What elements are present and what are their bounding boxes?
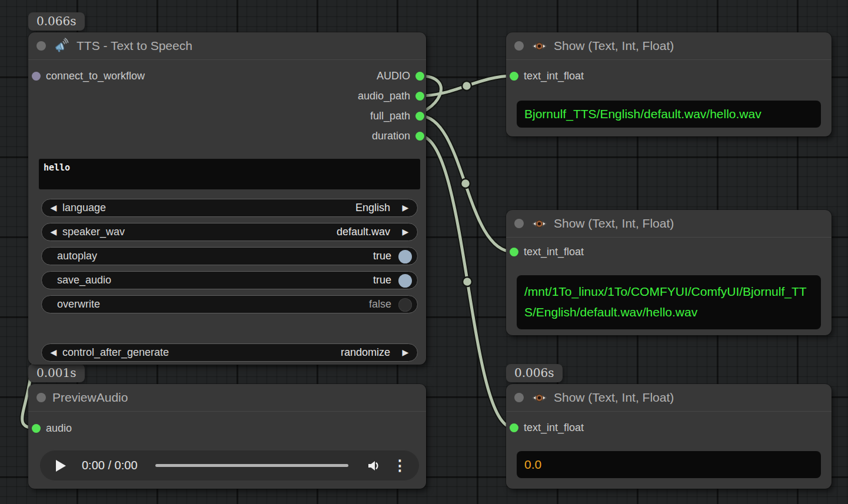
widget-label: language <box>62 199 106 216</box>
seek-bar[interactable] <box>155 464 348 467</box>
link-midpoint-dot <box>461 179 470 188</box>
output-port-audio: AUDIO <box>28 69 426 83</box>
node-tts[interactable]: TTS - Text to Speech connect_to_workflow… <box>28 32 426 365</box>
output-dot[interactable] <box>415 92 424 101</box>
execution-time-badge-preview: 0.001s <box>28 364 85 382</box>
output-dot[interactable] <box>415 72 424 81</box>
output-dot[interactable] <box>415 132 424 141</box>
widget-value: English <box>355 199 390 216</box>
widget-value: default.wav <box>337 223 390 241</box>
left-arrow-icon[interactable]: ◀ <box>47 344 60 361</box>
show-value-display: 0.0 <box>517 451 821 478</box>
input-port-text-int-float: text_int_float <box>506 420 584 435</box>
widget-label: autoplay <box>57 248 97 265</box>
left-arrow-icon[interactable]: ◀ <box>47 199 60 216</box>
input-port-audio: audio <box>28 421 72 435</box>
collapse-dot[interactable] <box>514 219 524 228</box>
input-port-text-int-float: text_int_float <box>506 245 584 259</box>
node-preview-audio[interactable]: PreviewAudio audio 0:00 / 0:00 ⋮ <box>28 384 426 489</box>
output-dot[interactable] <box>415 112 424 121</box>
widget-save-audio[interactable]: save_audio true <box>41 271 418 289</box>
node-show-1[interactable]: Show (Text, Int, Float) text_int_float B… <box>506 32 832 136</box>
output-label: full_path <box>370 110 410 122</box>
node-title: Show (Text, Int, Float) <box>554 39 674 53</box>
widget-language[interactable]: ◀ language English ▶ <box>41 199 418 217</box>
execution-time-badge-tts: 0.066s <box>28 12 85 31</box>
input-port-text-int-float: text_int_float <box>506 69 584 83</box>
widget-label: speaker_wav <box>62 223 125 241</box>
widget-label: control_after_generate <box>62 344 169 361</box>
widget-control-after-generate[interactable]: ◀ control_after_generate randomize ▶ <box>41 343 418 362</box>
execution-time-badge-show3: 0.006s <box>506 364 563 382</box>
node-show-1-header[interactable]: Show (Text, Int, Float) <box>506 32 832 60</box>
widget-value: randomize <box>341 344 390 361</box>
input-dot[interactable] <box>510 423 518 432</box>
right-arrow-icon[interactable]: ▶ <box>399 344 412 361</box>
show-value-display: /mnt/1To_linux/1To/COMFYUI/ComfyUI/Bjorn… <box>517 275 821 329</box>
node-graph-canvas[interactable]: 0.066s 0.001s 0.006s TTS - Text to Speec… <box>0 0 848 504</box>
play-icon[interactable] <box>56 460 66 472</box>
text-input[interactable]: hello <box>39 159 420 189</box>
output-label: audio_path <box>358 90 410 102</box>
audio-player[interactable]: 0:00 / 0:00 ⋮ <box>40 450 419 480</box>
node-show-3[interactable]: Show (Text, Int, Float) text_int_float 0… <box>506 384 832 489</box>
widget-speaker-wav[interactable]: ◀ speaker_wav default.wav ▶ <box>41 223 418 241</box>
widget-autoplay[interactable]: autoplay true <box>41 247 418 265</box>
right-arrow-icon[interactable]: ▶ <box>399 199 412 216</box>
node-title: PreviewAudio <box>52 390 128 405</box>
left-arrow-icon[interactable]: ◀ <box>47 223 60 241</box>
node-title: TTS - Text to Speech <box>77 39 192 53</box>
output-label: duration <box>372 130 410 142</box>
eye-icon <box>531 38 547 54</box>
node-title: Show (Text, Int, Float) <box>554 390 674 405</box>
input-label: text_int_float <box>524 70 584 82</box>
widget-value: true <box>373 248 391 265</box>
volume-icon[interactable] <box>366 458 381 473</box>
input-dot[interactable] <box>510 72 518 81</box>
widget-label: overwrite <box>57 296 100 313</box>
right-arrow-icon[interactable]: ▶ <box>399 223 412 241</box>
eye-icon <box>531 216 547 232</box>
node-tts-header[interactable]: TTS - Text to Speech <box>28 32 426 60</box>
output-port-full-path: full_path <box>28 109 426 123</box>
output-port-audio-path: audio_path <box>28 89 426 103</box>
toggle-knob[interactable] <box>398 250 412 263</box>
kebab-menu-icon[interactable]: ⋮ <box>393 458 407 473</box>
megaphone-icon <box>54 38 70 54</box>
output-label: AUDIO <box>377 70 410 82</box>
input-label: audio <box>46 422 72 435</box>
node-title: Show (Text, Int, Float) <box>554 216 674 231</box>
toggle-knob[interactable] <box>398 274 412 288</box>
input-dot[interactable] <box>32 424 41 433</box>
playback-time: 0:00 / 0:00 <box>82 459 138 472</box>
collapse-dot[interactable] <box>36 41 46 51</box>
output-port-duration: duration <box>28 129 426 143</box>
input-label: text_int_float <box>524 422 584 434</box>
link-midpoint-dot <box>463 277 472 286</box>
widget-label: save_audio <box>57 272 111 289</box>
node-show-2-header[interactable]: Show (Text, Int, Float) <box>506 210 832 238</box>
collapse-dot[interactable] <box>514 41 524 51</box>
widget-value: true <box>373 272 391 289</box>
input-dot[interactable] <box>510 248 518 256</box>
eye-icon <box>531 390 547 406</box>
show-value-display: Bjornulf_TTS/English/default.wav/hello.w… <box>517 101 821 128</box>
node-show-3-header[interactable]: Show (Text, Int, Float) <box>506 384 832 412</box>
widget-overwrite[interactable]: overwrite false <box>41 295 418 313</box>
input-label: text_int_float <box>524 246 584 258</box>
collapse-dot[interactable] <box>36 393 46 402</box>
toggle-knob[interactable] <box>398 298 412 312</box>
collapse-dot[interactable] <box>514 393 524 402</box>
node-preview-audio-header[interactable]: PreviewAudio <box>28 384 426 412</box>
widget-value: false <box>369 296 391 313</box>
node-show-2[interactable]: Show (Text, Int, Float) text_int_float /… <box>506 210 832 335</box>
link-midpoint-dot <box>462 81 471 91</box>
